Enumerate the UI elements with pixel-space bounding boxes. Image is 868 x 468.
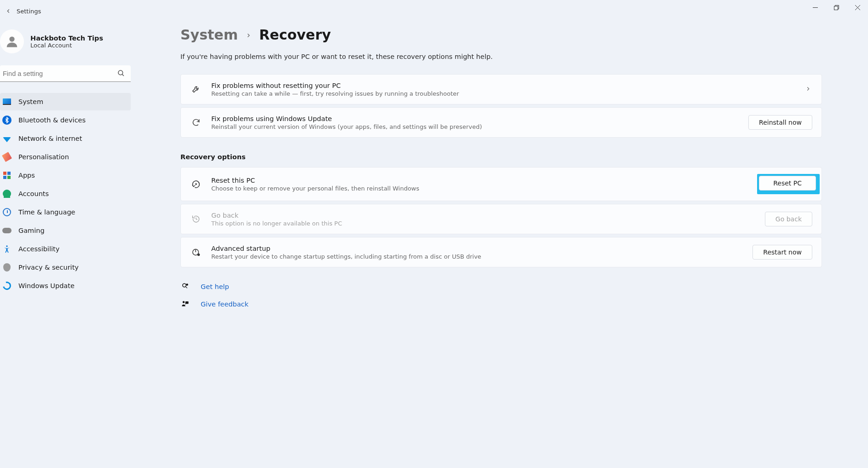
nav-label: Privacy & security bbox=[18, 264, 79, 271]
svg-point-8 bbox=[186, 283, 188, 286]
nav-item-system[interactable]: System bbox=[0, 93, 131, 110]
maximize-button[interactable] bbox=[826, 0, 847, 15]
nav-item-bluetooth[interactable]: Bluetooth & devices bbox=[0, 111, 131, 129]
user-subtitle: Local Account bbox=[30, 42, 103, 49]
card-windows-update-fix: Fix problems using Windows Update Reinst… bbox=[180, 107, 822, 138]
avatar bbox=[0, 29, 24, 53]
svg-point-5 bbox=[195, 183, 197, 185]
card-subtitle: Restart your device to change startup se… bbox=[211, 253, 743, 260]
update-icon bbox=[2, 281, 12, 291]
breadcrumb-current: Recovery bbox=[259, 27, 331, 43]
sync-icon bbox=[190, 116, 202, 128]
card-advanced-startup: Advanced startup Restart your device to … bbox=[180, 237, 822, 267]
svg-point-4 bbox=[6, 245, 7, 247]
bluetooth-icon bbox=[2, 115, 12, 125]
nav-label: Personalisation bbox=[18, 153, 69, 161]
card-title: Go back bbox=[211, 212, 756, 219]
nav-item-time[interactable]: Time & language bbox=[0, 203, 131, 221]
card-title: Advanced startup bbox=[211, 245, 743, 252]
nav-item-update[interactable]: Windows Update bbox=[0, 277, 131, 295]
close-button[interactable] bbox=[847, 0, 868, 15]
paint-icon bbox=[2, 152, 12, 162]
get-help-link[interactable]: Get help bbox=[201, 283, 229, 290]
reinstall-now-button[interactable]: Reinstall now bbox=[748, 115, 812, 130]
chevron-right-icon bbox=[245, 30, 252, 41]
shield-icon bbox=[2, 262, 12, 272]
card-troubleshooter[interactable]: Fix problems without resetting your PC R… bbox=[180, 74, 822, 104]
svg-point-9 bbox=[183, 301, 185, 303]
user-name: Hackboto Tech Tips bbox=[30, 35, 103, 42]
app-title: Settings bbox=[15, 8, 41, 15]
reset-icon bbox=[190, 178, 202, 190]
window-controls bbox=[804, 0, 868, 15]
search-icon bbox=[117, 69, 125, 77]
card-go-back: Go back This option is no longer availab… bbox=[180, 204, 822, 234]
svg-rect-1 bbox=[834, 6, 838, 10]
breadcrumb: System Recovery bbox=[180, 27, 822, 43]
card-subtitle: Reinstall your current version of Window… bbox=[211, 123, 739, 130]
svg-point-3 bbox=[118, 70, 123, 75]
nav-item-apps[interactable]: Apps bbox=[0, 167, 131, 184]
give-feedback-row: Give feedback bbox=[180, 300, 822, 309]
restart-now-button[interactable]: Restart now bbox=[752, 245, 812, 260]
breadcrumb-parent[interactable]: System bbox=[180, 27, 238, 43]
power-settings-icon bbox=[190, 246, 202, 258]
back-button[interactable] bbox=[4, 6, 13, 16]
nav-item-accounts[interactable]: Accounts bbox=[0, 185, 131, 202]
wifi-icon bbox=[2, 133, 12, 144]
nav-item-network[interactable]: Network & internet bbox=[0, 130, 131, 147]
nav-item-privacy[interactable]: Privacy & security bbox=[0, 259, 131, 276]
get-help-row: Get help bbox=[180, 282, 822, 291]
nav-label: System bbox=[18, 98, 43, 105]
history-icon bbox=[190, 213, 202, 225]
card-subtitle: This option is no longer available on th… bbox=[211, 220, 756, 227]
system-icon bbox=[2, 97, 12, 107]
give-feedback-link[interactable]: Give feedback bbox=[201, 300, 249, 308]
user-block[interactable]: Hackboto Tech Tips Local Account bbox=[0, 26, 131, 62]
card-title: Fix problems using Windows Update bbox=[211, 115, 739, 122]
nav: System Bluetooth & devices Network & int… bbox=[0, 93, 131, 295]
help-icon bbox=[180, 282, 190, 291]
svg-point-7 bbox=[197, 254, 200, 256]
highlight-marker: Reset PC bbox=[757, 174, 820, 194]
reset-pc-button[interactable]: Reset PC bbox=[759, 176, 816, 191]
search-input[interactable] bbox=[0, 65, 131, 82]
nav-label: Accessibility bbox=[18, 245, 59, 253]
gaming-icon bbox=[2, 225, 12, 236]
sidebar: Hackboto Tech Tips Local Account System … bbox=[0, 22, 138, 468]
clock-icon bbox=[2, 207, 12, 217]
nav-label: Apps bbox=[18, 172, 35, 179]
nav-label: Time & language bbox=[18, 208, 75, 216]
nav-label: Accounts bbox=[18, 190, 49, 197]
svg-rect-10 bbox=[185, 301, 189, 304]
nav-label: Network & internet bbox=[18, 135, 82, 142]
feedback-icon bbox=[180, 300, 190, 309]
svg-rect-0 bbox=[813, 7, 818, 8]
accessibility-icon bbox=[2, 244, 12, 254]
card-reset-pc: Reset this PC Choose to keep or remove y… bbox=[180, 167, 822, 201]
card-subtitle: Choose to keep or remove your personal f… bbox=[211, 185, 748, 192]
title-bar: Settings bbox=[0, 0, 868, 22]
card-title: Reset this PC bbox=[211, 177, 748, 184]
nav-item-gaming[interactable]: Gaming bbox=[0, 222, 131, 239]
footer-links: Get help Give feedback bbox=[180, 282, 822, 309]
accounts-icon bbox=[2, 189, 12, 199]
intro-text: If you're having problems with your PC o… bbox=[180, 53, 822, 60]
apps-icon bbox=[2, 170, 12, 180]
nav-label: Windows Update bbox=[18, 282, 75, 289]
card-title: Fix problems without resetting your PC bbox=[211, 82, 796, 89]
search-box[interactable] bbox=[0, 65, 131, 82]
section-recovery-options: Recovery options bbox=[180, 153, 822, 161]
wrench-icon bbox=[190, 83, 202, 95]
nav-item-accessibility[interactable]: Accessibility bbox=[0, 240, 131, 258]
minimize-button[interactable] bbox=[804, 0, 826, 15]
nav-label: Gaming bbox=[18, 227, 45, 234]
go-back-button: Go back bbox=[765, 212, 812, 226]
card-subtitle: Resetting can take a while — first, try … bbox=[211, 90, 796, 97]
nav-label: Bluetooth & devices bbox=[18, 116, 86, 124]
content: System Recovery If you're having problem… bbox=[138, 22, 868, 468]
chevron-right-icon bbox=[805, 85, 812, 94]
svg-point-2 bbox=[9, 36, 14, 41]
nav-item-personalisation[interactable]: Personalisation bbox=[0, 148, 131, 166]
